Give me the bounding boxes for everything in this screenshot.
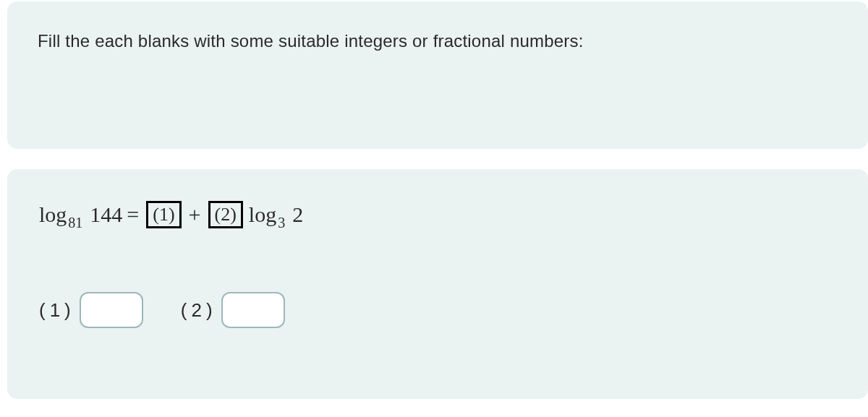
answer-panel: log 81 144 = (1) + (2) log 3 2 (1)	[7, 169, 868, 399]
equation-blank-2-label: (2)	[215, 205, 237, 224]
page: Fill the each blanks with some suitable …	[0, 0, 868, 417]
answer-inputs-row: (1) (2)	[39, 292, 846, 328]
equation-log1: log 81 144	[39, 204, 122, 225]
equals-sign: =	[127, 204, 139, 225]
answer-2-label: (2)	[181, 299, 217, 322]
plus-sign: +	[189, 204, 201, 225]
answer-group-1: (1)	[39, 292, 143, 328]
log-base-2: 3	[278, 215, 285, 230]
equation-blank-2: (2)	[208, 201, 243, 228]
equation-log2: log 3 2	[249, 204, 303, 225]
equation: log 81 144 = (1) + (2) log 3 2	[39, 201, 846, 228]
log-arg-1: 144	[90, 204, 122, 225]
answer-1-input[interactable]	[80, 292, 143, 328]
log-label-2: log	[249, 204, 276, 225]
log-base-1: 81	[68, 215, 82, 230]
question-prompt: Fill the each blanks with some suitable …	[38, 29, 846, 53]
equation-blank-1: (1)	[146, 201, 181, 228]
equation-blank-1-label: (1)	[153, 205, 174, 224]
question-panel: Fill the each blanks with some suitable …	[7, 1, 868, 149]
answer-group-2: (2)	[181, 292, 285, 328]
answer-1-label: (1)	[39, 299, 75, 322]
answer-2-input[interactable]	[221, 292, 285, 328]
log-arg-2: 2	[292, 204, 303, 225]
log-label-1: log	[39, 204, 67, 225]
